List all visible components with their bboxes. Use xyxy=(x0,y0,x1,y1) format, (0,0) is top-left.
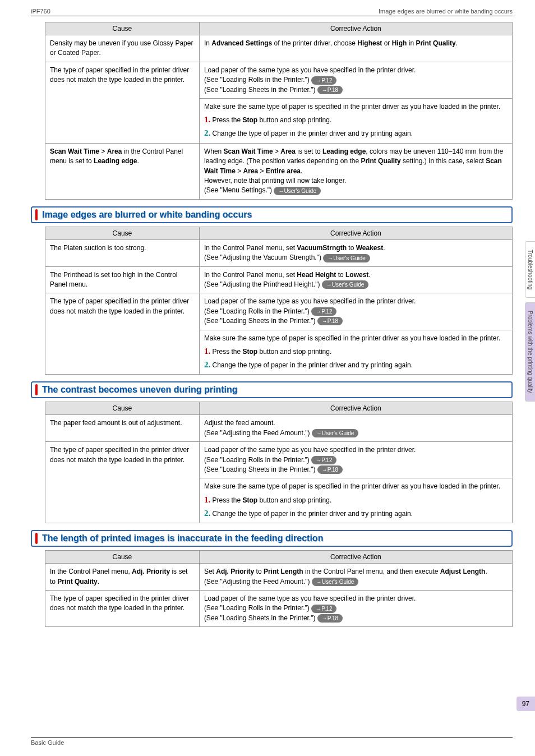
section-heading: Image edges are blurred or white banding… xyxy=(31,206,513,223)
header-bar: iPF760 Image edges are blurred or white … xyxy=(31,8,513,16)
section-heading: The contrast becomes uneven during print… xyxy=(31,381,513,398)
users-guide-pill[interactable]: →User's Guide xyxy=(312,578,359,586)
users-guide-pill[interactable]: →User's Guide xyxy=(274,187,321,195)
table-row: The type of paper specified in the print… xyxy=(45,591,513,627)
page-ref-pill[interactable]: →P.18 xyxy=(317,317,343,325)
action-cell: Make sure the same type of paper is spec… xyxy=(199,98,512,143)
th-cause: Cause xyxy=(45,22,200,35)
users-guide-pill[interactable]: →User's Guide xyxy=(312,429,359,437)
footer-text: Basic Guide xyxy=(31,737,513,746)
cause-cell: Density may be uneven if you use Glossy … xyxy=(45,35,200,62)
table-row: In the Control Panel menu, Adj. Priority… xyxy=(45,564,513,591)
page-ref-pill[interactable]: →P.12 xyxy=(311,605,336,613)
page-ref-pill[interactable]: →P.18 xyxy=(317,614,343,623)
model-label: iPF760 xyxy=(31,8,50,15)
table-row: The Platen suction is too strong. In the… xyxy=(45,239,513,266)
table-row: Scan Wait Time > Area in the Control Pan… xyxy=(45,143,513,199)
side-tabs: Troubleshooting Problems with the printi… xyxy=(525,241,535,402)
action-cell: When Scan Wait Time > Area is set to Lea… xyxy=(199,143,512,199)
page-ref-pill[interactable]: →P.18 xyxy=(317,86,343,94)
section-heading: The length of printed images is inaccura… xyxy=(31,530,513,547)
page-ref-pill[interactable]: →P.18 xyxy=(317,465,343,474)
table-row: The Printhead is set too high in the Con… xyxy=(45,266,513,293)
table-row: Density may be uneven if you use Glossy … xyxy=(45,35,513,62)
trouble-table-4: CauseCorrective Action In the Control Pa… xyxy=(45,550,513,627)
table-row: The type of paper specified in the print… xyxy=(45,62,513,98)
trouble-table-3: CauseCorrective Action The paper feed am… xyxy=(45,402,513,523)
table-row: The type of paper specified in the print… xyxy=(45,293,513,330)
sidetab-troubleshooting[interactable]: Troubleshooting xyxy=(525,241,535,298)
page-ref-pill[interactable]: →P.12 xyxy=(311,307,336,316)
sidetab-printing-quality[interactable]: Problems with the printing quality xyxy=(525,302,535,402)
action-cell: In Advanced Settings of the printer driv… xyxy=(199,35,512,62)
page-number: 97 xyxy=(516,697,535,711)
users-guide-pill[interactable]: →User's Guide xyxy=(322,280,369,289)
page-ref-pill[interactable]: →P.12 xyxy=(311,456,336,464)
trouble-table-1: Cause Corrective Action Density may be u… xyxy=(45,22,513,200)
cause-cell: Scan Wait Time > Area in the Control Pan… xyxy=(45,143,200,199)
table-row: The paper feed amount is out of adjustme… xyxy=(45,415,513,442)
table-row: The type of paper specified in the print… xyxy=(45,442,513,478)
users-guide-pill[interactable]: →User's Guide xyxy=(323,254,370,262)
page-ref-pill[interactable]: →P.12 xyxy=(311,76,336,85)
action-cell: Load paper of the same type as you have … xyxy=(199,62,512,98)
cause-cell: The type of paper specified in the print… xyxy=(45,62,200,143)
trouble-table-2: CauseCorrective Action The Platen suctio… xyxy=(45,227,513,375)
th-action: Corrective Action xyxy=(199,22,512,35)
page-title: Image edges are blurred or white banding… xyxy=(379,8,513,15)
